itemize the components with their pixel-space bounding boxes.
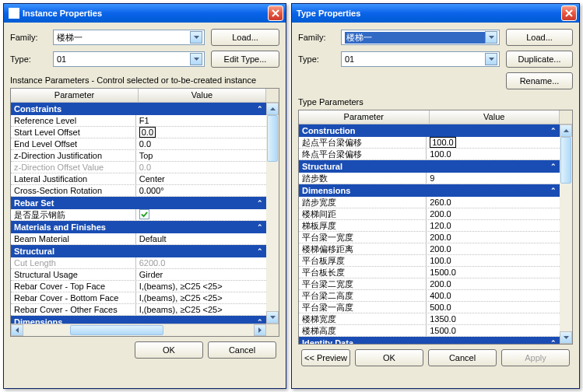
titlebar[interactable]: Instance Properties [4, 4, 286, 23]
grid-row[interactable]: 平台梁二高度400.0 [299, 290, 560, 302]
grid-row[interactable]: Lateral JustificationCenter [11, 173, 266, 185]
grid-row[interactable]: Start Level Offset0.0 [11, 127, 266, 138]
scroll-left-icon[interactable] [11, 324, 23, 336]
grid-row[interactable]: Structural UsageGirder [11, 269, 266, 281]
rename-button[interactable]: Rename... [506, 72, 573, 89]
grid-row[interactable]: 楼梯间距200.0 [299, 208, 560, 220]
type-combo[interactable]: 01 [53, 51, 205, 67]
value-editor[interactable]: 0.0 [139, 127, 156, 138]
grid-row[interactable]: Rebar Cover - Top FaceI,(beams), ≥C25 <2… [11, 281, 266, 292]
apply-button[interactable]: Apply [501, 349, 570, 366]
section-rebarset[interactable]: Rebar Set⌃ [11, 197, 266, 209]
section-identity[interactable]: Identity Data⌃ [299, 337, 560, 344]
type-label: Type: [10, 54, 53, 64]
grid-row[interactable]: 平台板长度1500.0 [299, 267, 560, 278]
collapse-icon[interactable]: ⌃ [550, 337, 557, 344]
scroll-right-icon[interactable] [254, 324, 266, 336]
chevron-down-icon[interactable] [190, 31, 202, 44]
chevron-down-icon[interactable] [485, 31, 497, 44]
collapse-icon[interactable]: ⌃ [550, 160, 557, 173]
instance-properties-dialog: Instance Properties Family: 楼梯一 Load... … [3, 3, 286, 389]
grid-row[interactable]: Cross-Section Rotation0.000° [11, 185, 266, 197]
scroll-thumb[interactable] [560, 137, 571, 184]
duplicate-button[interactable]: Duplicate... [506, 51, 573, 68]
grid-row: Cut Length6200.0 [11, 257, 266, 269]
section-materials[interactable]: Materials and Finishes⌃ [11, 221, 266, 233]
grid-row[interactable]: End Level Offset0.0 [11, 138, 266, 150]
load-button[interactable]: Load... [211, 29, 279, 46]
collapse-icon[interactable]: ⌃ [550, 184, 557, 197]
scroll-down-icon[interactable] [266, 311, 279, 324]
grid-row[interactable]: 终点平台梁偏移100.0 [299, 149, 560, 160]
app-icon [9, 8, 19, 19]
value-editor[interactable]: 100.0 [430, 137, 456, 148]
family-combo[interactable]: 楼梯一 [53, 30, 205, 45]
ok-button[interactable]: OK [355, 349, 423, 366]
grid-row[interactable]: Beam MaterialDefault [11, 233, 266, 245]
scroll-down-icon[interactable] [560, 331, 572, 344]
type-parameters-grid: Parameter Value Construction⌃ 起点平台梁偏移100… [298, 110, 573, 345]
col-value[interactable]: Value [430, 110, 560, 124]
grid-row[interactable]: 梯板厚度120.0 [299, 220, 560, 232]
ok-button[interactable]: OK [135, 341, 203, 359]
collapse-icon[interactable]: ⌃ [257, 316, 263, 324]
col-parameter[interactable]: Parameter [299, 110, 430, 124]
grid-header: Parameter Value [11, 89, 279, 103]
checkbox-checked-icon[interactable] [139, 209, 149, 219]
edit-type-button[interactable]: Edit Type... [211, 51, 279, 68]
grid-row[interactable]: 是否显示钢筋 [11, 209, 266, 221]
titlebar[interactable]: Type Properties [292, 4, 579, 23]
grid-row[interactable]: 踏步宽度260.0 [299, 197, 560, 208]
section-constraints[interactable]: Constraints⌃ [11, 103, 266, 115]
cancel-button[interactable]: Cancel [208, 341, 276, 359]
scroll-up-icon[interactable] [560, 124, 572, 137]
instance-caption: Instance Parameters - Control selected o… [10, 75, 279, 85]
instance-parameters-grid: Parameter Value Constraints⌃ Reference L… [10, 88, 279, 337]
chevron-down-icon[interactable] [485, 53, 497, 65]
grid-row: z-Direction Offset Value0.0 [11, 162, 266, 173]
chevron-down-icon[interactable] [190, 53, 202, 65]
grid-row[interactable]: 踏步数9 [299, 173, 560, 184]
grid-row[interactable]: 楼梯偏移距离200.0 [299, 243, 560, 255]
scroll-thumb[interactable] [267, 115, 278, 162]
load-button[interactable]: Load... [506, 29, 573, 46]
grid-row[interactable]: Rebar Cover - Bottom FaceI,(beams), ≥C25… [11, 292, 266, 304]
scrollbar-vertical[interactable] [266, 103, 279, 324]
col-parameter[interactable]: Parameter [11, 89, 139, 102]
section-construction[interactable]: Construction⌃ [299, 124, 560, 137]
section-dimensions[interactable]: Dimensions⌃ [11, 316, 266, 324]
grid-row[interactable]: 平台梁一宽度200.0 [299, 232, 560, 243]
col-spacer [560, 110, 572, 124]
grid-row[interactable]: 起点平台梁偏移100.0 [299, 137, 560, 149]
collapse-icon[interactable]: ⌃ [257, 221, 263, 233]
family-combo[interactable]: 楼梯一 [341, 30, 500, 45]
scroll-thumb[interactable] [70, 325, 163, 335]
dialog-title: Type Properties [297, 9, 561, 18]
type-label: Type: [298, 54, 341, 64]
grid-row[interactable]: Reference LevelF1 [11, 115, 266, 127]
collapse-icon[interactable]: ⌃ [257, 103, 263, 115]
section-structural[interactable]: Structural⌃ [299, 160, 560, 173]
grid-row[interactable]: 楼梯高度1500.0 [299, 325, 560, 337]
section-dimensions[interactable]: Dimensions⌃ [299, 184, 560, 197]
scrollbar-horizontal[interactable] [11, 324, 279, 336]
grid-row[interactable]: z-Direction JustificationTop [11, 150, 266, 162]
cancel-button[interactable]: Cancel [428, 349, 497, 366]
grid-row[interactable]: 楼梯宽度1350.0 [299, 313, 560, 325]
scroll-up-icon[interactable] [266, 103, 279, 115]
close-icon[interactable] [268, 5, 283, 21]
family-label: Family: [10, 33, 53, 42]
close-icon[interactable] [561, 5, 577, 21]
collapse-icon[interactable]: ⌃ [550, 124, 557, 137]
section-structural[interactable]: Structural⌃ [11, 245, 266, 257]
col-value[interactable]: Value [139, 89, 266, 102]
collapse-icon[interactable]: ⌃ [257, 245, 263, 257]
type-combo[interactable]: 01 [341, 51, 500, 67]
grid-row[interactable]: Rebar Cover - Other FacesI,(beams), ≥C25… [11, 304, 266, 316]
grid-row[interactable]: 平台板厚度100.0 [299, 255, 560, 267]
collapse-icon[interactable]: ⌃ [257, 197, 263, 209]
preview-button[interactable]: << Preview [301, 349, 350, 366]
grid-row[interactable]: 平台梁一高度500.0 [299, 302, 560, 313]
grid-row[interactable]: 平台梁二宽度200.0 [299, 278, 560, 290]
scrollbar-vertical[interactable] [560, 124, 572, 344]
